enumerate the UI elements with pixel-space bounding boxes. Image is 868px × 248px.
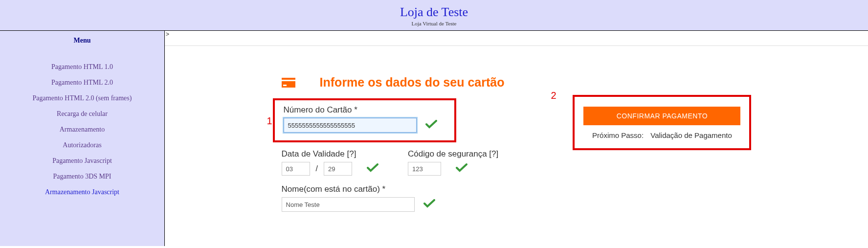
annotation-marker-1: 1 <box>267 115 272 127</box>
cvv-input[interactable] <box>408 162 441 176</box>
sidebar: Menu Pagamento HTML 1.0 Pagamento HTML 2… <box>0 31 165 246</box>
expiry-label: Data de Validade [?] <box>282 149 378 159</box>
sidebar-item-recarga-celular[interactable]: Recarga de celular <box>0 106 164 122</box>
cvv-label: Código de segurança [?] <box>408 149 498 159</box>
expiry-month-input[interactable] <box>282 162 310 176</box>
breadcrumb: > <box>166 31 169 38</box>
svg-rect-2 <box>283 85 287 86</box>
page-header: Loja de Teste Loja Virtual de Teste <box>0 0 868 31</box>
cardholder-name-input[interactable] <box>282 197 415 212</box>
next-step-value: Validação de Pagamento <box>650 131 732 139</box>
content-area: > Informe os dados do seu cartão <box>165 31 868 246</box>
confirm-payment-button[interactable]: CONFIRMAR PAGAMENTO <box>583 107 740 125</box>
sidebar-item-pagamento-html-2[interactable]: Pagamento HTML 2.0 <box>0 75 164 90</box>
check-icon <box>367 163 378 174</box>
card-number-input[interactable] <box>284 118 417 133</box>
confirm-section: 2 CONFIRMAR PAGAMENTO Próximo Passo: Val… <box>573 75 751 212</box>
svg-rect-0 <box>282 78 295 80</box>
sidebar-item-pagamento-html-2-sem-frames[interactable]: Pagamento HTML 2.0 (sem frames) <box>0 90 164 106</box>
card-form: Informe os dados do seu cartão 1 Número … <box>282 75 505 212</box>
svg-rect-1 <box>282 81 295 88</box>
card-number-highlight-box: Número do Cartão * <box>273 98 456 142</box>
sidebar-item-armazenamento[interactable]: Armazenamento <box>0 122 164 137</box>
credit-card-icon <box>282 78 295 88</box>
sidebar-item-pagamento-html-1[interactable]: Pagamento HTML 1.0 <box>0 59 164 75</box>
card-number-label: Número do Cartão * <box>284 105 445 115</box>
form-title: Informe os dados do seu cartão <box>320 75 505 90</box>
cardholder-name-label: Nome(com está no cartão) * <box>282 184 505 194</box>
next-step-label: Próximo Passo: <box>592 131 644 139</box>
sidebar-item-pagamento-3ds-mpi[interactable]: Pagamento 3DS MPI <box>0 169 164 184</box>
expiry-year-input[interactable] <box>324 162 352 176</box>
check-icon <box>423 199 435 210</box>
sidebar-item-autorizadoras[interactable]: Autorizadoras <box>0 137 164 153</box>
sidebar-item-armazenamento-javascript[interactable]: Armazenamento Javascript <box>0 184 164 200</box>
confirm-highlight-box: CONFIRMAR PAGAMENTO Próximo Passo: Valid… <box>573 95 751 150</box>
sidebar-title: Menu <box>0 37 164 45</box>
check-icon <box>425 120 437 131</box>
store-subtitle: Loja Virtual de Teste <box>0 21 868 26</box>
store-title: Loja de Teste <box>0 5 868 20</box>
check-icon <box>456 163 467 174</box>
sidebar-item-pagamento-javascript[interactable]: Pagamento Javascript <box>0 153 164 169</box>
expiry-separator: / <box>316 164 318 173</box>
annotation-marker-2: 2 <box>551 90 556 101</box>
